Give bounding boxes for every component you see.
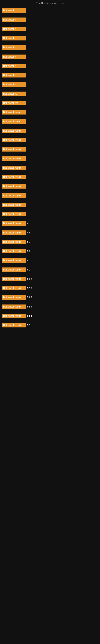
bar-value: 51. [27, 268, 31, 271]
chart-row: Bottleneck r [2, 82, 98, 87]
bar-value: 52.6 [27, 287, 32, 290]
chart-row: Bottleneck result4 [2, 220, 98, 226]
bar-value: 4 [27, 259, 29, 262]
chart-row: Bottleneck result53.9 [2, 304, 98, 310]
chart-row: Bottleneck result53.2 [2, 276, 98, 282]
bar-label: Bottleneck r [2, 54, 26, 59]
chart-row: Bottleneck result [2, 146, 98, 152]
bar-label: Bottleneck result [2, 156, 26, 161]
bar-label: Bottleneck result [2, 295, 26, 300]
chart-row: Bottleneck result [2, 156, 98, 162]
chart-row: Bottleneck resu [2, 110, 98, 115]
bar-label: Bottleneck resu [2, 110, 26, 114]
bar-label: Bottleneck result [2, 286, 26, 290]
bar-label: Bottleneck r [2, 45, 26, 50]
bar-label: Bottleneck result [2, 258, 26, 263]
bar-label: Bottleneck result [2, 277, 26, 281]
chart-row: Bottleneck r [2, 45, 98, 50]
chart-row: Bottleneck r [2, 72, 98, 78]
bar-label: Bottleneck result [2, 203, 26, 207]
bar-label: Bottleneck [2, 8, 26, 13]
bar-label: Bottleneck res [2, 101, 26, 105]
chart-row: Bottleneck r [2, 36, 98, 41]
chart-row: Bottleneck result [2, 165, 98, 171]
chart-row: Bottleneck result4 [2, 258, 98, 263]
chart-row: Bottleneck result [2, 184, 98, 189]
bar-label: Bottleneck r [2, 64, 26, 68]
bar-label: Bottleneck result [2, 194, 26, 198]
chart-row: Bottleneck result50 [2, 248, 98, 254]
bar-label: Bottleneck re [2, 92, 26, 96]
bar-label: Bottleneck result [2, 166, 26, 170]
chart-row: Bottleneck result51. [2, 239, 98, 245]
chart-row: Bottleneck result53.5 [2, 295, 98, 300]
bar-value: 4 [27, 222, 29, 225]
bar-value: 54.4 [27, 314, 32, 317]
bar-label: Bottleneck result [2, 314, 26, 318]
bar-value: 53.5 [27, 296, 32, 299]
site-title: TheBottlenecker.com [0, 0, 100, 6]
bar-label: Bottleneck result [2, 221, 26, 226]
bar-label: Bottleneck result [2, 249, 26, 253]
chart-row: Bottleneck result49 [2, 230, 98, 236]
chart-row: Bottleneck resul [2, 119, 98, 124]
chart-row: Bottleneck r [2, 63, 98, 69]
chart-row: Bottleneck result [2, 211, 98, 217]
bar-label: Bottleneck r [2, 73, 26, 78]
chart-row: Bottleneck result [2, 137, 98, 143]
bar-value: 53.9 [27, 305, 32, 308]
bar-value: 52. [27, 324, 31, 327]
bar-value: 51. [27, 240, 31, 243]
chart-row: Bottleneck result52. [2, 322, 98, 328]
chart-row: Bottleneck [2, 8, 98, 13]
bar-value: 53.2 [27, 278, 32, 280]
bar-label: Bottleneck r [2, 82, 26, 87]
bar-label: Bottleneck result [2, 128, 26, 133]
chart-row: Bottleneck re [2, 91, 98, 96]
chart-row: Bottleneck result54.4 [2, 313, 98, 319]
bar-value: 49 [27, 231, 30, 234]
chart-row: Bottleneck result [2, 202, 98, 208]
bar-label: Bottleneck r [2, 27, 26, 31]
bar-label: Bottleneck resul [2, 119, 26, 124]
chart-row: Bottleneck result [2, 128, 98, 134]
bar-label: Bottleneck result [2, 240, 26, 244]
chart-row: Bottleneck result51. [2, 267, 98, 272]
chart-container: BottleneckBottleneck rBottleneck rBottle… [0, 6, 100, 332]
bar-label: Bottleneck result [2, 138, 26, 142]
chart-row: Bottleneck r [2, 54, 98, 60]
chart-row: Bottleneck res [2, 100, 98, 106]
chart-row: Bottleneck result [2, 174, 98, 180]
chart-row: Bottleneck result [2, 193, 98, 198]
chart-row: Bottleneck r [2, 26, 98, 32]
chart-row: Bottleneck r [2, 17, 98, 22]
bar-label: Bottleneck result [2, 230, 26, 235]
bar-label: Bottleneck result [2, 147, 26, 152]
bar-label: Bottleneck result [2, 323, 26, 328]
bar-value: 50 [27, 250, 30, 252]
bar-label: Bottleneck result [2, 304, 26, 309]
bar-label: Bottleneck result [2, 268, 26, 272]
bar-label: Bottleneck result [2, 175, 26, 179]
bar-label: Bottleneck r [2, 36, 26, 40]
bar-label: Bottleneck result [2, 184, 26, 188]
bar-label: Bottleneck r [2, 18, 26, 22]
bar-label: Bottleneck result [2, 212, 26, 216]
chart-row: Bottleneck result52.6 [2, 285, 98, 291]
